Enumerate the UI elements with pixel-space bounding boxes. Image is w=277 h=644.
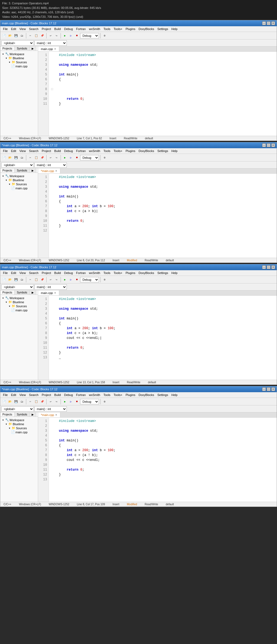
toolbar-save-3[interactable]: 💾 [13, 277, 19, 282]
tree-maincpp-4[interactable]: 📄 main.cpp [11, 430, 37, 434]
tree-workspace-3[interactable]: ▾ 🔧 Workspace [1, 296, 37, 300]
menu-fortran-2[interactable]: Fortran [74, 149, 87, 153]
sidebar-tab-projects-4[interactable]: Projects [0, 412, 15, 417]
maximize-button-4[interactable]: □ [267, 387, 271, 391]
tree-bluelime-2[interactable]: ▾ 📁 Bluelime [5, 178, 37, 182]
toolbar-new-1[interactable]: 📄 [1, 33, 7, 38]
menu-plugins-1[interactable]: Plugins [124, 27, 137, 31]
tree-sources-1[interactable]: ▾ 📁 Sources [8, 60, 37, 64]
toolbar-copy-4[interactable]: 📋 [34, 399, 39, 404]
menu-build-3[interactable]: Build [52, 271, 62, 275]
menu-edit-2[interactable]: Edit [9, 149, 18, 153]
menu-file-2[interactable]: File [1, 149, 9, 153]
menu-settings-4[interactable]: Settings [156, 393, 170, 397]
toolbar-stop-2[interactable]: ■ [74, 155, 80, 160]
menu-tools-3[interactable]: Tools [102, 271, 112, 275]
toolbar-undo-3[interactable]: ↩ [48, 277, 53, 282]
sidebar-tab-projects-3[interactable]: Projects [0, 290, 15, 295]
maximize-button-2[interactable]: □ [267, 143, 271, 147]
minimize-button-2[interactable]: ─ [262, 143, 266, 147]
menu-debug-3[interactable]: Debug [62, 271, 74, 275]
close-button-4[interactable]: ✕ [271, 387, 275, 391]
menu-settings-1[interactable]: Settings [156, 27, 170, 31]
toolbar-copy-3[interactable]: 📋 [34, 277, 39, 282]
debug-dropdown-4[interactable]: Debug [80, 399, 99, 404]
menu-view-1[interactable]: View [18, 27, 28, 31]
menu-edit-4[interactable]: Edit [9, 393, 18, 397]
menu-plugins-3[interactable]: Plugins [124, 271, 137, 275]
menu-wxsmith-1[interactable]: wxSmith [87, 27, 102, 31]
toolbar-save-4[interactable]: 💾 [13, 399, 19, 404]
menu-search-3[interactable]: Search [27, 271, 40, 275]
menu-wxsmith-2[interactable]: wxSmith [87, 149, 102, 153]
menu-project-2[interactable]: Project [40, 149, 52, 153]
toolbar-save-1[interactable]: 💾 [13, 33, 19, 38]
toolbar-paste-3[interactable]: 📌 [39, 277, 45, 282]
menu-search-1[interactable]: Search [27, 27, 40, 31]
toolbar-redo-2[interactable]: ↪ [54, 155, 59, 160]
sidebar-tab-arrow-2[interactable]: ▶ [29, 169, 36, 173]
menu-tools-1[interactable]: Tools [102, 27, 112, 31]
menu-debug-2[interactable]: Debug [62, 149, 74, 153]
toolbar-build-2[interactable]: ▶ [62, 155, 68, 160]
toolbar-run-1[interactable]: ▷ [68, 33, 74, 38]
code-content-1[interactable]: #include <iostream> using namespace std;… [49, 52, 277, 136]
toolbar-build-3[interactable]: ▶ [62, 277, 68, 282]
toolbar-stop-4[interactable]: ■ [74, 399, 80, 404]
toolbar-redo-4[interactable]: ↪ [54, 399, 59, 404]
menu-help-3[interactable]: Help [170, 271, 179, 275]
toolbar-new-4[interactable]: 📄 [1, 399, 7, 404]
tree-sources-2[interactable]: ▾ 📁 Sources [8, 182, 37, 186]
tree-workspace-1[interactable]: ▾ 🔧 Workspace [1, 52, 37, 56]
maximize-button-1[interactable]: □ [267, 21, 271, 25]
toolbar-stop-3[interactable]: ■ [74, 277, 80, 282]
scope-dropdown-3[interactable]: <global> [1, 284, 34, 290]
scope-dropdown-4[interactable]: <global> [1, 406, 34, 412]
toolbar-build-1[interactable]: ▶ [62, 33, 68, 38]
menu-doxyblocks-3[interactable]: DoxyBlocks [137, 271, 156, 275]
editor-tab-maincpp-2[interactable]: *main.cpp ✕ [38, 169, 60, 173]
menu-file-1[interactable]: File [1, 27, 9, 31]
menu-view-4[interactable]: View [18, 393, 28, 397]
menu-project-3[interactable]: Project [40, 271, 52, 275]
debug-dropdown-3[interactable]: Debug [80, 277, 99, 282]
toolbar-saveall-3[interactable]: 🗂 [19, 277, 25, 282]
debug-dropdown-2[interactable]: Debug [80, 155, 99, 160]
toolbar-debug-run-2[interactable]: ⚙ [102, 155, 107, 160]
menu-tools-4[interactable]: Tools [102, 393, 112, 397]
sidebar-tab-projects-1[interactable]: Projects [0, 47, 15, 51]
editor-tab-maincpp-3[interactable]: main.cpp ✕ [38, 290, 59, 295]
tree-workspace-4[interactable]: ▾ 🔧 Workspace [1, 418, 37, 422]
menu-plugins-4[interactable]: Plugins [124, 393, 137, 397]
toolbar-undo-1[interactable]: ↩ [48, 33, 53, 38]
sidebar-tab-projects-2[interactable]: Projects [0, 169, 15, 173]
toolbar-run-3[interactable]: ▷ [68, 277, 74, 282]
sidebar-tab-symbols-1[interactable]: Symbols [15, 47, 29, 51]
code-area-4[interactable]: 12345678910111213 #include <iostream> us… [38, 418, 277, 502]
toolbar-debug-run-4[interactable]: ⚙ [102, 399, 107, 404]
menu-fortran-3[interactable]: Fortran [74, 271, 87, 275]
menu-doxyblocks-2[interactable]: DoxyBlocks [137, 149, 156, 153]
toolbar-cut-4[interactable]: ✂ [28, 399, 33, 404]
menu-help-2[interactable]: Help [170, 149, 179, 153]
scope-dropdown-2[interactable]: <global> [1, 162, 34, 168]
menu-file-4[interactable]: File [1, 393, 9, 397]
code-area-2[interactable]: 123456789101112 #include <iostream> usin… [38, 174, 277, 258]
tree-maincpp-2[interactable]: 📄 main.cpp [11, 186, 37, 190]
tree-maincpp-3[interactable]: 📄 main.cpp [11, 308, 37, 312]
sidebar-tab-arrow-4[interactable]: ▶ [29, 412, 36, 417]
minimize-button-1[interactable]: ─ [262, 21, 266, 25]
menu-fortran-1[interactable]: Fortran [74, 27, 87, 31]
toolbar-debug-run-1[interactable]: ⚙ [102, 33, 107, 38]
toolbar-save-2[interactable]: 💾 [13, 155, 19, 160]
tree-maincpp-1[interactable]: 📄 main.cpp [11, 64, 37, 68]
toolbar-run-2[interactable]: ▷ [68, 155, 74, 160]
maximize-button-3[interactable]: □ [267, 265, 271, 269]
close-button-1[interactable]: ✕ [271, 21, 275, 25]
toolbar-open-2[interactable]: 📂 [7, 155, 13, 160]
menu-wxsmith-4[interactable]: wxSmith [87, 393, 102, 397]
toolbar-cut-3[interactable]: ✂ [28, 277, 33, 282]
code-content-4[interactable]: #include <iostream> using namespace std;… [49, 418, 277, 502]
toolbar-open-4[interactable]: 📂 [7, 399, 13, 404]
menu-plugins-2[interactable]: Plugins [124, 149, 137, 153]
